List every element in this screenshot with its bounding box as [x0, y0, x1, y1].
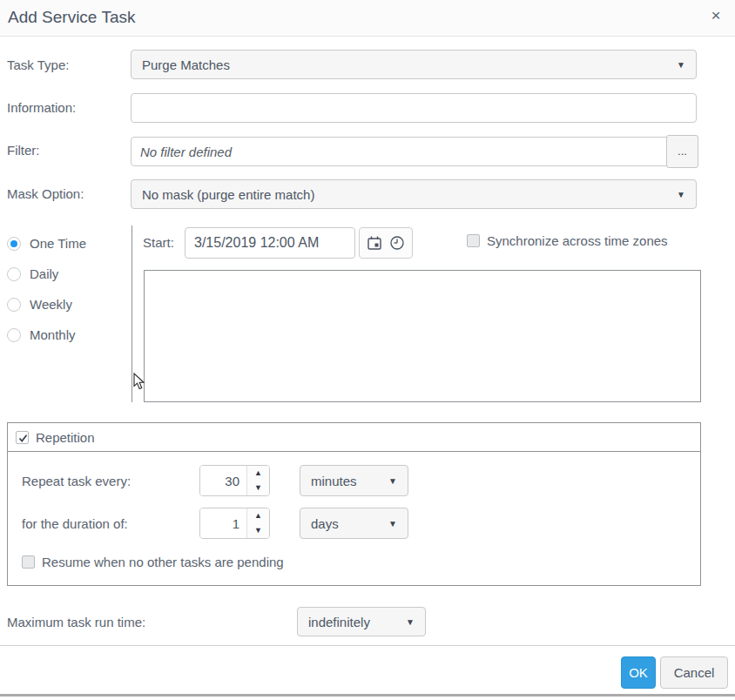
radio-one-time[interactable]: One Time: [7, 236, 86, 251]
repeat-every-unit-value: minutes: [311, 474, 357, 488]
max-run-time-dropdown[interactable]: indefinitely ▼: [297, 607, 426, 636]
duration-input[interactable]: [200, 508, 246, 538]
max-run-time-label: Maximum task run time:: [7, 615, 145, 629]
dialog-header: Add Service Task ×: [0, 0, 735, 37]
cancel-button[interactable]: Cancel: [660, 656, 728, 689]
radio-monthly[interactable]: Monthly: [7, 327, 76, 342]
chevron-down-icon: ▼: [406, 617, 415, 627]
filter-label: Filter:: [7, 143, 40, 158]
radio-label: Daily: [30, 266, 58, 281]
repetition-label: Repetition: [36, 430, 95, 445]
dialog-bottom-edge: [0, 694, 735, 697]
dialog-title: Add Service Task: [8, 8, 135, 27]
repetition-groupbox: Repetition Repeat task every: ▲ ▼ minute…: [7, 422, 701, 586]
spin-down-icon[interactable]: ▼: [247, 523, 269, 538]
radio-icon: [7, 298, 21, 312]
duration-unit-value: days: [311, 516, 339, 531]
spin-up-icon[interactable]: ▲: [247, 466, 269, 481]
filter-input[interactable]: [131, 137, 667, 166]
max-run-time-value: indefinitely: [308, 615, 370, 629]
checkbox-checked-icon: [16, 431, 29, 444]
clock-icon[interactable]: [389, 235, 405, 251]
mask-option-dropdown[interactable]: No mask (purge entire match) ▼: [131, 179, 697, 209]
datetime-picker-buttons: [359, 227, 413, 259]
resume-checkbox[interactable]: Resume when no other tasks are pending: [22, 555, 284, 569]
radio-icon: [7, 237, 21, 251]
add-service-task-dialog: Add Service Task × Task Type: Purge Matc…: [0, 0, 735, 700]
filter-browse-button[interactable]: ...: [666, 135, 698, 168]
chevron-down-icon: ▼: [677, 60, 685, 70]
dialog-footer: OK Cancel: [0, 645, 735, 694]
schedule-divider: [131, 225, 132, 402]
duration-label: for the duration of:: [22, 516, 128, 531]
resume-label: Resume when no other tasks are pending: [42, 555, 284, 569]
repetition-header: Repetition: [8, 423, 700, 452]
start-label: Start:: [143, 235, 174, 250]
calendar-icon[interactable]: [367, 235, 382, 251]
task-type-value: Purge Matches: [142, 57, 230, 72]
ok-button[interactable]: OK: [621, 656, 656, 689]
spinner-arrows: ▲ ▼: [246, 466, 269, 495]
spinner-arrows: ▲ ▼: [246, 508, 269, 538]
radio-label: One Time: [30, 236, 86, 251]
task-type-label: Task Type:: [7, 57, 69, 72]
radio-label: Monthly: [30, 327, 76, 342]
mask-option-value: No mask (purge entire match): [142, 187, 314, 202]
repeat-every-stepper: ▲ ▼: [199, 465, 270, 496]
sync-timezones-label: Synchronize across time zones: [487, 233, 668, 248]
duration-unit-dropdown[interactable]: days ▼: [300, 508, 408, 539]
task-type-dropdown[interactable]: Purge Matches ▼: [131, 50, 697, 79]
radio-weekly[interactable]: Weekly: [7, 297, 72, 312]
close-icon[interactable]: ×: [704, 3, 728, 28]
information-label: Information:: [7, 100, 76, 115]
radio-daily[interactable]: Daily: [7, 266, 58, 281]
spin-down-icon[interactable]: ▼: [247, 481, 269, 495]
duration-stepper: ▲ ▼: [199, 508, 270, 539]
start-datetime-input[interactable]: [185, 227, 355, 259]
information-input[interactable]: [131, 93, 697, 123]
repeat-every-unit-dropdown[interactable]: minutes ▼: [300, 465, 408, 496]
schedule-detail-panel[interactable]: [144, 270, 701, 402]
radio-icon: [7, 267, 21, 281]
checkbox-icon: [467, 234, 480, 247]
chevron-down-icon: ▼: [388, 519, 397, 528]
radio-icon: [7, 328, 21, 342]
repeat-every-label: Repeat task every:: [22, 474, 131, 488]
chevron-down-icon: ▼: [388, 476, 397, 486]
checkbox-icon: [22, 555, 35, 569]
spin-up-icon[interactable]: ▲: [247, 508, 269, 523]
repetition-checkbox[interactable]: Repetition: [16, 430, 95, 445]
sync-timezones-checkbox[interactable]: Synchronize across time zones: [467, 233, 668, 248]
chevron-down-icon: ▼: [677, 190, 685, 199]
radio-label: Weekly: [30, 297, 72, 312]
repeat-every-input[interactable]: [200, 466, 246, 495]
mask-option-label: Mask Option:: [7, 186, 84, 201]
